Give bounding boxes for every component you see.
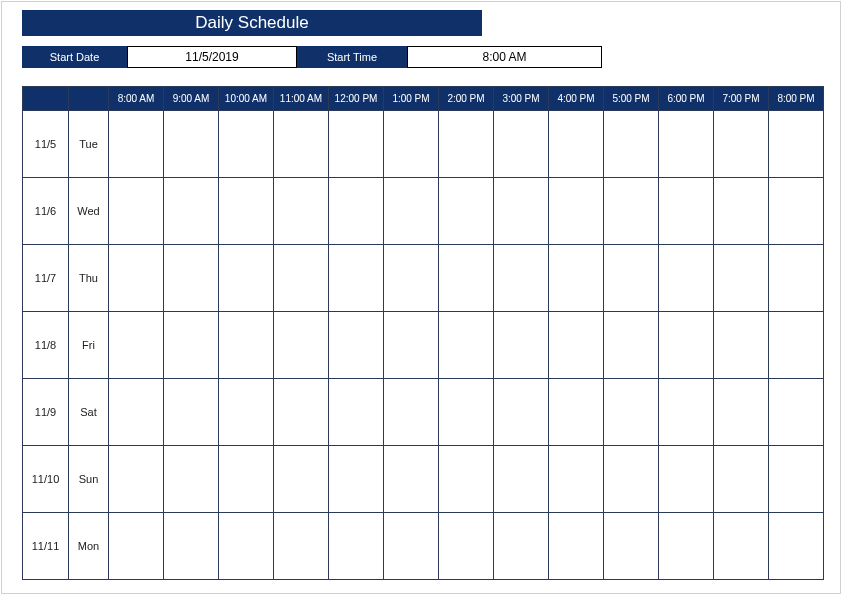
slot-cell[interactable]: [164, 312, 219, 379]
slot-cell[interactable]: [549, 111, 604, 178]
slot-cell[interactable]: [439, 178, 494, 245]
slot-cell[interactable]: [384, 312, 439, 379]
slot-cell[interactable]: [384, 379, 439, 446]
slot-cell[interactable]: [659, 513, 714, 580]
slot-cell[interactable]: [549, 312, 604, 379]
slot-cell[interactable]: [604, 446, 659, 513]
schedule-grid: 8:00 AM 9:00 AM 10:00 AM 11:00 AM 12:00 …: [22, 86, 822, 580]
day-cell: Sun: [69, 446, 109, 513]
slot-cell[interactable]: [769, 245, 824, 312]
slot-cell[interactable]: [659, 379, 714, 446]
slot-cell[interactable]: [274, 245, 329, 312]
slot-cell[interactable]: [329, 111, 384, 178]
slot-cell[interactable]: [274, 312, 329, 379]
slot-cell[interactable]: [714, 111, 769, 178]
slot-cell[interactable]: [604, 111, 659, 178]
date-cell: 11/10: [23, 446, 69, 513]
slot-cell[interactable]: [494, 178, 549, 245]
slot-cell[interactable]: [549, 379, 604, 446]
slot-cell[interactable]: [714, 379, 769, 446]
slot-cell[interactable]: [274, 178, 329, 245]
slot-cell[interactable]: [659, 111, 714, 178]
slot-cell[interactable]: [604, 312, 659, 379]
slot-cell[interactable]: [219, 446, 274, 513]
time-header: 5:00 PM: [604, 87, 659, 111]
date-cell: 11/5: [23, 111, 69, 178]
slot-cell[interactable]: [109, 513, 164, 580]
slot-cell[interactable]: [329, 513, 384, 580]
slot-cell[interactable]: [439, 446, 494, 513]
slot-cell[interactable]: [109, 379, 164, 446]
slot-cell[interactable]: [384, 111, 439, 178]
slot-cell[interactable]: [549, 446, 604, 513]
slot-cell[interactable]: [164, 111, 219, 178]
slot-cell[interactable]: [714, 312, 769, 379]
slot-cell[interactable]: [659, 178, 714, 245]
slot-cell[interactable]: [549, 178, 604, 245]
slot-cell[interactable]: [494, 312, 549, 379]
slot-cell[interactable]: [549, 513, 604, 580]
slot-cell[interactable]: [714, 178, 769, 245]
slot-cell[interactable]: [494, 513, 549, 580]
slot-cell[interactable]: [384, 178, 439, 245]
slot-cell[interactable]: [604, 379, 659, 446]
slot-cell[interactable]: [714, 446, 769, 513]
table-row: 11/7 Thu: [23, 245, 824, 312]
time-header: 2:00 PM: [439, 87, 494, 111]
slot-cell[interactable]: [549, 245, 604, 312]
slot-cell[interactable]: [109, 312, 164, 379]
slot-cell[interactable]: [494, 379, 549, 446]
slot-cell[interactable]: [604, 245, 659, 312]
slot-cell[interactable]: [714, 245, 769, 312]
slot-cell[interactable]: [439, 379, 494, 446]
start-date-input[interactable]: 11/5/2019: [127, 46, 297, 68]
slot-cell[interactable]: [769, 312, 824, 379]
slot-cell[interactable]: [164, 379, 219, 446]
slot-cell[interactable]: [164, 178, 219, 245]
slot-cell[interactable]: [769, 513, 824, 580]
slot-cell[interactable]: [164, 245, 219, 312]
slot-cell[interactable]: [109, 111, 164, 178]
slot-cell[interactable]: [659, 245, 714, 312]
slot-cell[interactable]: [109, 446, 164, 513]
slot-cell[interactable]: [659, 312, 714, 379]
slot-cell[interactable]: [164, 446, 219, 513]
slot-cell[interactable]: [769, 379, 824, 446]
slot-cell[interactable]: [109, 178, 164, 245]
slot-cell[interactable]: [329, 312, 384, 379]
slot-cell[interactable]: [219, 178, 274, 245]
slot-cell[interactable]: [384, 513, 439, 580]
slot-cell[interactable]: [329, 178, 384, 245]
slot-cell[interactable]: [769, 111, 824, 178]
slot-cell[interactable]: [769, 446, 824, 513]
start-time-input[interactable]: 8:00 AM: [407, 46, 602, 68]
slot-cell[interactable]: [329, 446, 384, 513]
slot-cell[interactable]: [439, 245, 494, 312]
slot-cell[interactable]: [274, 379, 329, 446]
slot-cell[interactable]: [604, 178, 659, 245]
slot-cell[interactable]: [164, 513, 219, 580]
slot-cell[interactable]: [329, 379, 384, 446]
slot-cell[interactable]: [219, 312, 274, 379]
slot-cell[interactable]: [769, 178, 824, 245]
slot-cell[interactable]: [714, 513, 769, 580]
slot-cell[interactable]: [219, 513, 274, 580]
slot-cell[interactable]: [659, 446, 714, 513]
slot-cell[interactable]: [494, 111, 549, 178]
slot-cell[interactable]: [109, 245, 164, 312]
slot-cell[interactable]: [604, 513, 659, 580]
slot-cell[interactable]: [439, 111, 494, 178]
slot-cell[interactable]: [439, 513, 494, 580]
slot-cell[interactable]: [219, 111, 274, 178]
slot-cell[interactable]: [219, 379, 274, 446]
slot-cell[interactable]: [274, 513, 329, 580]
slot-cell[interactable]: [494, 446, 549, 513]
slot-cell[interactable]: [274, 111, 329, 178]
slot-cell[interactable]: [274, 446, 329, 513]
slot-cell[interactable]: [219, 245, 274, 312]
slot-cell[interactable]: [384, 446, 439, 513]
slot-cell[interactable]: [329, 245, 384, 312]
slot-cell[interactable]: [384, 245, 439, 312]
slot-cell[interactable]: [494, 245, 549, 312]
slot-cell[interactable]: [439, 312, 494, 379]
